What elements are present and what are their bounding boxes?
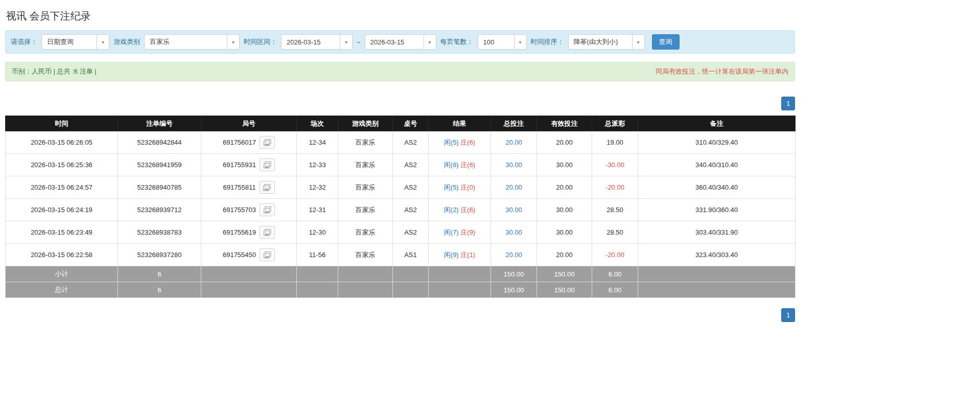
cell-result: 闲(8) 庄(6)	[429, 154, 491, 176]
cell-game-type: 百家乐	[338, 131, 393, 154]
cell-time: 2026-03-15 06:24:19	[6, 199, 118, 221]
cell-game-type: 百家乐	[338, 199, 393, 221]
result-banker: 庄(0)	[460, 183, 475, 191]
photo-glyph	[264, 139, 271, 146]
photo-glyph	[264, 229, 271, 236]
summary-bar: 币别：人民币 | 总共 :6 注单 | 同局有效投注，统一计算在该局第一张注单内	[5, 62, 795, 81]
table-row: 2026-03-15 06:26:05523268942844691756017…	[6, 131, 796, 154]
summary-total-bet: 150.00	[491, 266, 537, 282]
time-sort-value: 降幂(由大到小)	[569, 35, 632, 49]
cell-bet-id: 523268941959	[118, 154, 201, 176]
search-button[interactable]: 查询	[652, 34, 680, 50]
cell-total-bet: 30.00	[491, 199, 537, 221]
query-type-select[interactable]: 日期查询 ▾	[41, 34, 109, 50]
total-bet-link[interactable]: 20.00	[505, 183, 522, 191]
video-replay-icon[interactable]	[260, 136, 275, 149]
photo-glyph	[263, 184, 271, 191]
summary-empty	[201, 266, 297, 282]
date-from-select[interactable]: 2026-03-15 ▾	[281, 34, 353, 50]
pagination-bottom: 1	[5, 308, 795, 322]
round-id-text: 691755450	[223, 251, 256, 259]
page-title: 视讯 会员下注纪录	[6, 9, 795, 23]
chevron-down-icon: ▾	[424, 35, 436, 49]
cell-valid-bet: 30.00	[537, 199, 592, 221]
result-banker: 庄(6)	[460, 161, 475, 169]
round-id-text: 691756017	[223, 139, 256, 146]
result-banker: 庄(6)	[460, 206, 475, 214]
column-header: 桌号	[393, 116, 429, 131]
total-bet-link[interactable]: 20.00	[505, 251, 522, 259]
video-replay-icon[interactable]	[260, 203, 275, 216]
summary-empty	[393, 282, 429, 298]
filter-bar: 请选择： 日期查询 ▾ 游戏类别 百家乐 ▾ 时间区间： 2026-03-15 …	[5, 30, 795, 54]
game-type-value: 百家乐	[145, 35, 227, 49]
cell-game-type: 百家乐	[338, 154, 393, 176]
round-id-text: 691755619	[223, 228, 256, 236]
cell-bet-id: 523268939712	[118, 199, 201, 221]
chevron-down-icon: ▾	[632, 35, 644, 49]
video-replay-icon[interactable]	[260, 181, 275, 194]
page-button-1[interactable]: 1	[781, 97, 795, 110]
date-to-select[interactable]: 2026-03-15 ▾	[365, 34, 436, 50]
cell-session: 12-32	[297, 176, 338, 199]
result-player: 闲(2)	[444, 206, 459, 214]
table-header-row: 时间注单编号局号场次游戏类别桌号结果总投注有效投注总派彩备注	[6, 116, 796, 131]
column-header: 注单编号	[118, 116, 201, 131]
summary-empty	[429, 266, 491, 282]
photo-glyph	[264, 251, 271, 259]
cell-round-id: 691755619	[201, 221, 297, 244]
chevron-down-icon: ▾	[340, 35, 352, 49]
summary-count: 6	[118, 282, 201, 298]
time-sort-select[interactable]: 降幂(由大到小) ▾	[568, 34, 645, 50]
total-bet-link[interactable]: 30.00	[505, 206, 522, 214]
cell-payout: -30.00	[592, 154, 638, 176]
page-button-1[interactable]: 1	[781, 308, 795, 322]
page-size-label: 每页笔数：	[440, 37, 474, 47]
summary-total-bet: 150.00	[491, 282, 537, 298]
summary-empty	[638, 282, 796, 298]
chevron-down-icon: ▾	[514, 35, 526, 49]
cell-payout: 28.50	[592, 199, 638, 221]
summary-count: 6	[118, 266, 201, 282]
column-header: 游戏类别	[338, 116, 393, 131]
cell-bet-id: 523268940785	[118, 176, 201, 199]
page-size-value: 100	[478, 35, 514, 49]
cell-table-no: AS2	[393, 199, 429, 221]
cell-result: 闲(5) 庄(0)	[429, 176, 491, 199]
cell-total-bet: 20.00	[491, 244, 537, 266]
cell-payout: -20.00	[592, 244, 638, 266]
video-replay-icon[interactable]	[260, 158, 275, 171]
table-row: 2026-03-15 06:22:58523268937280691755450…	[6, 244, 796, 266]
cell-payout: 28.50	[592, 221, 638, 244]
video-replay-icon[interactable]	[260, 226, 275, 239]
result-player: 闲(8)	[444, 161, 459, 169]
page-size-select[interactable]: 100 ▾	[478, 34, 527, 50]
cell-bet-id: 523268938783	[118, 221, 201, 244]
cell-valid-bet: 20.00	[537, 244, 592, 266]
video-replay-icon[interactable]	[260, 248, 275, 261]
cell-valid-bet: 30.00	[537, 221, 592, 244]
chevron-down-icon: ▾	[97, 35, 109, 49]
round-id-text: 691755931	[223, 161, 256, 169]
cell-game-type: 百家乐	[338, 244, 393, 266]
date-from-value: 2026-03-15	[282, 35, 340, 49]
bet-records-table: 时间注单编号局号场次游戏类别桌号结果总投注有效投注总派彩备注 2026-03-1…	[5, 116, 796, 298]
cell-valid-bet: 30.00	[537, 154, 592, 176]
chevron-down-icon: ▾	[227, 35, 239, 49]
total-bet-link[interactable]: 20.00	[505, 139, 522, 146]
summary-empty	[201, 282, 297, 298]
summary-empty	[338, 282, 393, 298]
game-type-select[interactable]: 百家乐 ▾	[144, 34, 240, 50]
table-row: 2026-03-15 06:24:57523268940785691755811…	[6, 176, 796, 199]
summary-empty	[297, 266, 338, 282]
total-bet-link[interactable]: 30.00	[505, 161, 522, 169]
cell-time: 2026-03-15 06:26:05	[6, 131, 118, 154]
cell-round-id: 691755703	[201, 199, 297, 221]
cell-game-type: 百家乐	[338, 221, 393, 244]
table-row: 2026-03-15 06:24:19523268939712691755703…	[6, 199, 796, 221]
photo-glyph	[264, 206, 271, 214]
result-player: 闲(5)	[444, 183, 459, 191]
column-header: 局号	[201, 116, 297, 131]
total-bet-link[interactable]: 30.00	[505, 228, 522, 236]
table-row: 2026-03-15 06:25:36523268941959691755931…	[6, 154, 796, 176]
